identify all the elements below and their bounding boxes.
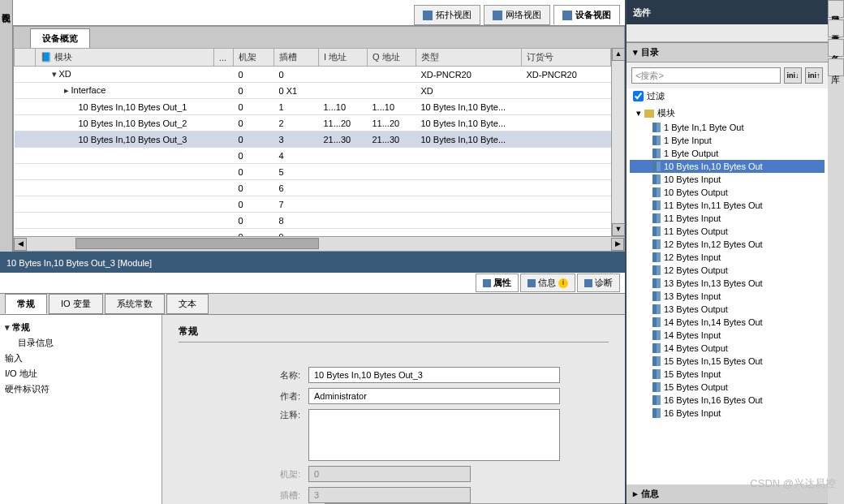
catalog-item[interactable]: 14 Bytes Input — [630, 329, 825, 342]
catalog-root[interactable]: ▾模块 — [630, 106, 825, 121]
tool-info[interactable]: 信息 i — [520, 274, 575, 292]
search-up-button[interactable]: ini↑ — [805, 67, 823, 84]
col-type[interactable]: 类型 — [416, 49, 522, 67]
module-icon — [652, 291, 661, 301]
catalog-item[interactable]: 16 Bytes Input — [630, 407, 825, 420]
search-down-button[interactable]: ini↓ — [784, 67, 802, 84]
catalog-item[interactable]: 14 Bytes In,14 Bytes Out — [630, 316, 825, 329]
filter-label: 过滤 — [647, 90, 665, 102]
sidetab-online-tools[interactable]: 在线工具 — [828, 19, 844, 37]
col-iaddr[interactable]: I 地址 — [319, 49, 368, 67]
filter-checkbox[interactable] — [633, 91, 644, 101]
module-icon — [652, 239, 661, 249]
table-row[interactable]: ▾XD00XD-PNCR20XD-PNCR20 — [15, 67, 611, 83]
catalog-item[interactable]: 12 Bytes Output — [630, 264, 825, 277]
table-row[interactable]: 06 — [15, 180, 611, 196]
table-row[interactable]: 05 — [15, 164, 611, 180]
tab-device-view[interactable]: 设备视图 — [553, 5, 620, 25]
tab-text[interactable]: 文本 — [166, 294, 209, 314]
scroll-left-icon[interactable]: ◀ — [14, 238, 27, 251]
vertical-scrollbar[interactable]: ▲ ▼ — [611, 48, 624, 236]
catalog-item[interactable]: 12 Bytes Input — [630, 251, 825, 264]
catalog-item[interactable]: 10 Bytes Output — [630, 186, 825, 199]
catalog-item[interactable]: 10 Bytes Input — [630, 173, 825, 186]
col-order[interactable]: 订货号 — [522, 49, 611, 67]
col-dots[interactable]: ... — [214, 49, 234, 67]
catalog-item[interactable]: 15 Bytes In,15 Bytes Out — [630, 355, 825, 368]
module-icon — [652, 200, 661, 210]
catalog-item[interactable]: 12 Bytes In,12 Bytes Out — [630, 238, 825, 251]
sidetab-library[interactable]: 库 — [828, 58, 844, 76]
left-sidebar-label: 设备视图 — [0, 0, 12, 13]
tab-device-overview[interactable]: 设备概览 — [30, 28, 90, 48]
scroll-up-icon[interactable]: ▲ — [612, 48, 624, 61]
table-row[interactable]: 04 — [15, 148, 611, 164]
tab-io-variables[interactable]: IO 变量 — [49, 294, 103, 314]
col-slot[interactable]: 插槽 — [274, 49, 319, 67]
props-heading: 常规 — [179, 325, 609, 342]
module-icon — [652, 356, 661, 366]
horizontal-scrollbar[interactable]: ◀ ▶ — [14, 236, 624, 251]
sidetab-tasks[interactable]: 任务 — [828, 39, 844, 57]
catalog-item[interactable]: 10 Bytes In,10 Bytes Out — [630, 160, 825, 173]
catalog-item[interactable]: 1 Byte In,1 Byte Out — [630, 121, 825, 134]
table-row[interactable]: 09 — [15, 229, 611, 237]
tab-topology-view[interactable]: 拓扑视图 — [414, 5, 480, 25]
catalog-tree: ▾模块 1 Byte In,1 Byte Out1 Byte Input1 By… — [627, 104, 828, 485]
catalog-item[interactable]: 16 Bytes In,16 Bytes Out — [630, 394, 825, 407]
catalog-item[interactable]: 11 Bytes Output — [630, 225, 825, 238]
tab-network-view[interactable]: 网络视图 — [484, 5, 550, 25]
catalog-item[interactable]: 15 Bytes Output — [630, 381, 825, 394]
module-icon — [652, 252, 661, 262]
tab-general[interactable]: 常规 — [5, 294, 47, 314]
search-input[interactable] — [631, 67, 781, 84]
table-row[interactable]: 07 — [15, 196, 611, 213]
col-module[interactable]: 📘 模块 — [36, 49, 214, 67]
chevron-right-icon: ▸ — [633, 489, 638, 499]
section-catalog[interactable]: ▾目录 — [627, 43, 828, 62]
tool-diagnostics[interactable]: 诊断 — [577, 274, 620, 292]
module-icon — [652, 174, 661, 184]
chevron-down-icon: ▾ — [636, 108, 641, 118]
topology-icon — [423, 11, 433, 20]
scroll-down-icon[interactable]: ▼ — [612, 223, 624, 236]
col-rack[interactable]: 机架 — [234, 49, 274, 67]
table-row[interactable]: ▸Interface00 X1XD — [15, 83, 611, 99]
catalog-item[interactable]: 15 Bytes Input — [630, 368, 825, 381]
input-author[interactable] — [308, 388, 560, 404]
scroll-right-icon[interactable]: ▶ — [611, 238, 624, 251]
right-header: 选件 — [627, 0, 828, 24]
tool-properties[interactable]: 属性 — [476, 274, 519, 292]
table-row[interactable]: 08 — [15, 213, 611, 229]
info-badge-icon: i — [558, 278, 568, 288]
label-author: 作者: — [179, 390, 308, 403]
catalog-item[interactable]: 11 Bytes Input — [630, 212, 825, 225]
table-row[interactable]: 10 Bytes In,10 Bytes Out_30321...3021...… — [15, 131, 611, 148]
catalog-item[interactable]: 13 Bytes In,13 Bytes Out — [630, 277, 825, 290]
table-row[interactable]: 10 Bytes In,10 Bytes Out_20211...2011...… — [15, 115, 611, 131]
catalog-item[interactable]: 1 Byte Output — [630, 147, 825, 160]
col-qaddr[interactable]: Q 地址 — [368, 49, 416, 67]
catalog-item[interactable]: 1 Byte Input — [630, 134, 825, 147]
properties-title: 10 Bytes In,10 Bytes Out_3 [Module] — [0, 253, 625, 273]
catalog-item[interactable]: 13 Bytes Input — [630, 290, 825, 303]
tree-input[interactable]: 输入 — [5, 351, 157, 366]
tree-hardware-id[interactable]: 硬件标识符 — [5, 381, 157, 397]
label-slot: 插槽: — [179, 489, 308, 502]
module-icon — [652, 226, 661, 236]
input-rack — [308, 466, 471, 482]
catalog-item[interactable]: 11 Bytes In,11 Bytes Out — [630, 199, 825, 212]
input-comment[interactable] — [308, 409, 560, 461]
tree-catalog-info[interactable]: 目录信息 — [5, 335, 157, 351]
sidetab-hardware-catalog[interactable]: 硬件目录 — [828, 0, 844, 18]
catalog-item[interactable]: 14 Bytes Output — [630, 342, 825, 355]
table-row[interactable]: 10 Bytes In,10 Bytes Out_1011...101...10… — [15, 99, 611, 115]
module-icon — [652, 408, 661, 418]
tree-io-address[interactable]: I/O 地址 — [5, 366, 157, 381]
catalog-item[interactable]: 13 Bytes Output — [630, 303, 825, 316]
input-name[interactable] — [308, 367, 560, 383]
tab-system-constants[interactable]: 系统常数 — [105, 294, 165, 314]
scroll-thumb[interactable] — [75, 238, 319, 249]
tree-general[interactable]: ▾常规 — [5, 320, 157, 335]
section-info[interactable]: ▸信息 — [627, 485, 828, 504]
